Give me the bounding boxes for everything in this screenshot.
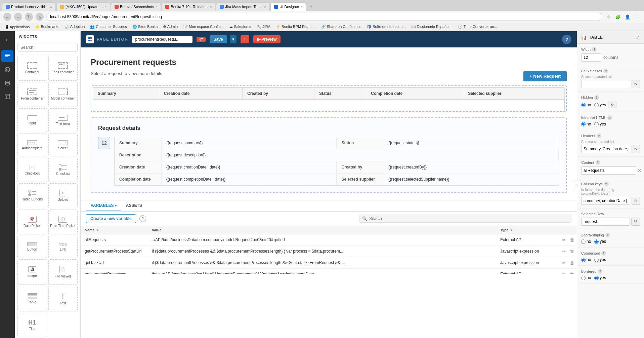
widget-upload[interactable]: ⬆ Upload [48, 183, 78, 208]
sidebar-icon-pages[interactable] [1, 50, 13, 62]
back-nav-button[interactable]: ← [1, 34, 13, 46]
widget-input[interactable]: Input [17, 108, 47, 133]
widget-select[interactable]: —▾ Select [48, 134, 78, 156]
bookmark-share-confluence[interactable]: 🔗 Share on Confluence [320, 24, 363, 30]
tab-assets[interactable]: ASSETS [121, 200, 147, 211]
back-button[interactable]: ← [3, 13, 11, 21]
extensions-icon[interactable]: 🧩 [614, 13, 622, 21]
new-request-button[interactable]: + New Request [523, 71, 567, 81]
panel-expand-icon[interactable]: ⤢ [636, 35, 640, 40]
widget-container[interactable]: Container [17, 56, 47, 81]
bordered-no-option[interactable]: no [581, 275, 591, 280]
selected-row-input[interactable] [581, 218, 630, 226]
edit-procurementprocesses-button[interactable]: ✏ [561, 271, 567, 274]
save-caret-button[interactable]: ▾ [230, 35, 237, 43]
menu-icon[interactable]: ⋮ [633, 13, 641, 21]
tab-1[interactable]: Product launch visibility - Googl... × [2, 2, 56, 11]
css-help-icon[interactable]: ? [603, 69, 608, 73]
star-icon[interactable]: ☆ [605, 13, 612, 21]
bookmark-inbox[interactable]: 📬 Boîte de réception... [366, 24, 407, 30]
hidden-no-option[interactable]: no [581, 103, 591, 107]
widget-model-container[interactable]: Model container [48, 82, 78, 107]
headers-input[interactable] [581, 145, 630, 153]
url-input[interactable] [46, 13, 602, 21]
width-input[interactable] [581, 53, 601, 62]
bookmark-sites[interactable]: 🌐 Sites Bonita [131, 24, 159, 30]
deploy-button[interactable]: ↑ [241, 35, 249, 43]
interpret-html-yes-option[interactable]: yes [594, 122, 606, 126]
content-help-icon[interactable]: ? [596, 160, 600, 165]
column-keys-help-icon[interactable]: ? [604, 182, 609, 186]
tab-3[interactable]: Bonita / Screenshots × [111, 2, 161, 11]
content-clear-button[interactable]: ✕ [638, 168, 642, 173]
bookmark-salesforce[interactable]: ☁ Salesforce [228, 24, 253, 30]
edit-gettaskurl-button[interactable]: ✏ [561, 260, 567, 266]
css-classes-input[interactable] [581, 80, 630, 88]
column-keys-fx-button[interactable]: fx [632, 197, 640, 205]
bookmark-bonita-bpm[interactable]: ⚡ Bonita BPM Featur... [274, 24, 317, 30]
widget-autocomplete[interactable]: user▾ Autocomplete [17, 134, 47, 156]
interpret-html-help-icon[interactable]: ? [607, 115, 612, 120]
edit-allrequests-button[interactable]: ✏ [561, 237, 567, 243]
delete-getprocurement-button[interactable]: 🗑 [568, 248, 575, 255]
bookmark-adoption[interactable]: 📊 Adoption [63, 24, 86, 30]
edit-getprocurement-button[interactable]: ✏ [561, 248, 567, 255]
css-fx-button[interactable]: fx [632, 80, 640, 88]
delete-allrequests-button[interactable]: 🗑 [568, 237, 575, 243]
column-keys-input[interactable] [581, 197, 630, 205]
forward-button[interactable]: → [14, 13, 22, 21]
variables-help-icon[interactable]: ? [139, 215, 146, 222]
zebra-help-icon[interactable]: ? [605, 233, 610, 237]
variables-search-input[interactable] [369, 216, 568, 221]
sidebar-icon-data[interactable] [1, 77, 13, 89]
tab-4[interactable]: Bonita 7.10 - Release notes × [162, 2, 215, 11]
widget-image[interactable]: 🖼 Image [17, 259, 47, 285]
bookmark-diccionario[interactable]: 📖 Diccionario Español... [410, 24, 454, 30]
save-button[interactable]: Save [210, 35, 227, 43]
widget-link[interactable]: http:// Link [48, 236, 78, 258]
delete-gettaskurl-button[interactable]: 🗑 [568, 260, 575, 266]
page-name-input[interactable] [132, 36, 192, 43]
tab-2[interactable]: [MKG-4502] Update Sourcefor... × [56, 2, 110, 11]
widget-checkbox[interactable]: ✓ Checkbox [17, 158, 47, 182]
zebra-no-option[interactable]: no [581, 239, 591, 244]
sidebar-icon-assets[interactable] [1, 90, 13, 103]
create-variable-button[interactable]: Create a new variable [86, 214, 136, 223]
widget-datetime-picker[interactable]: 🕐 Date Time Picker [48, 210, 78, 234]
widget-table[interactable]: Table [17, 286, 47, 311]
widget-text[interactable]: T Text [48, 286, 78, 311]
bookmark-jira[interactable]: 🔧 JIRA [255, 24, 272, 30]
hidden-help-icon[interactable]: ? [594, 95, 599, 100]
bookmark-admin[interactable]: ⚙ Admin [162, 24, 179, 30]
tag-button[interactable]: 🏷 [197, 37, 206, 42]
width-help-icon[interactable]: ? [592, 47, 597, 52]
bordered-help-icon[interactable]: ? [598, 269, 602, 274]
zebra-yes-option[interactable]: yes [594, 239, 606, 244]
interpret-html-no-option[interactable]: no [581, 122, 591, 126]
headers-fx-button[interactable]: fx [632, 145, 640, 153]
bordered-yes-option[interactable]: yes [594, 275, 606, 280]
widget-radio[interactable]: Radio Buttons [17, 183, 47, 208]
refresh-button[interactable]: ↻ [25, 13, 33, 21]
hidden-yes-option[interactable]: yes [594, 103, 606, 107]
bookmark-time[interactable]: 🕐 Time Converter an... [457, 24, 499, 30]
condensed-yes-option[interactable]: yes [594, 257, 606, 262]
widget-textarea[interactable]: Text Area [48, 108, 78, 133]
profile-icon[interactable]: 👤 [624, 13, 631, 21]
bookmark-customer[interactable]: 👥 Customer Success [89, 24, 128, 30]
col-width-badge[interactable]: 12 [98, 137, 110, 149]
widget-checklist[interactable]: Checklist [48, 158, 78, 182]
selected-row-fx-button[interactable]: % [631, 218, 640, 226]
collapse-panel-button[interactable]: › [573, 181, 581, 190]
bookmark-confluence[interactable]: 📝 Mon espace Conflu... [182, 24, 225, 30]
hidden-fx-button[interactable]: fx [608, 102, 616, 108]
condensed-help-icon[interactable]: ? [601, 251, 606, 256]
tab-6[interactable]: UI Designer × [270, 2, 306, 11]
preview-button[interactable]: ▶ Preview [253, 35, 281, 43]
widget-search-input[interactable] [17, 43, 78, 52]
sidebar-icon-variables[interactable]: fx [1, 64, 13, 76]
tab-5[interactable]: Jira Mass Import Template - Go... × [216, 2, 270, 11]
tab-variables[interactable]: VARIABLES ▾ [86, 200, 121, 211]
delete-procurementprocesses-button[interactable]: 🗑 [568, 271, 575, 274]
widget-form-container[interactable]: Form container [17, 82, 47, 107]
